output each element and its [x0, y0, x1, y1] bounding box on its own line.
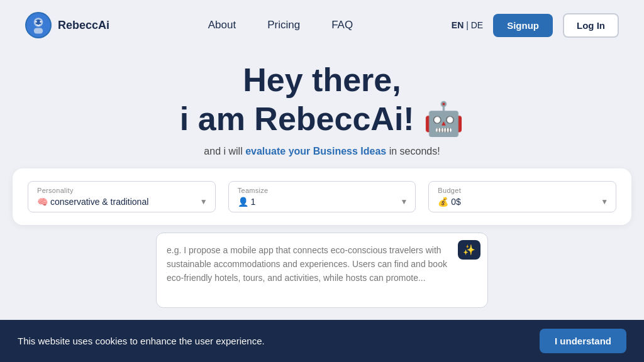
budget-field[interactable]: Budget 💰 0$ ▼: [428, 181, 616, 212]
magic-button[interactable]: ✨: [458, 240, 480, 260]
language-switcher: EN | DE: [452, 20, 483, 30]
nav-pricing[interactable]: Pricing: [267, 19, 300, 31]
logo-icon: [25, 12, 52, 38]
nav-right: EN | DE Signup Log In: [452, 13, 619, 38]
budget-value: 💰 0$ ▼: [438, 197, 608, 207]
lang-en[interactable]: EN: [452, 20, 464, 30]
hero-desc-end: in seconds!: [386, 146, 440, 156]
hero-desc-highlight: evaluate your Business Ideas: [245, 146, 386, 156]
budget-label: Budget: [438, 187, 608, 194]
cookie-accept-button[interactable]: I understand: [540, 329, 626, 353]
hero-desc-start: and i will: [204, 146, 245, 156]
teamsize-value: 👤 1 ▼: [238, 197, 408, 207]
idea-textarea[interactable]: [156, 233, 488, 308]
svg-rect-3: [34, 28, 43, 34]
navbar: RebeccAi About Pricing FAQ EN | DE Signu…: [0, 0, 644, 50]
logo[interactable]: RebeccAi: [25, 12, 109, 38]
idea-input-wrapper: ✨: [156, 233, 488, 310]
signup-button[interactable]: Signup: [493, 14, 553, 37]
budget-chevron-icon: ▼: [601, 197, 608, 206]
nav-faq[interactable]: FAQ: [331, 19, 353, 31]
nav-about[interactable]: About: [208, 19, 236, 31]
personality-field[interactable]: Personality 🧠 conservative & traditional…: [28, 181, 216, 212]
nav-links: About Pricing FAQ: [208, 19, 353, 31]
svg-point-4: [35, 21, 37, 23]
teamsize-chevron-icon: ▼: [400, 197, 408, 206]
lang-sep: |: [466, 20, 469, 30]
hero-line1: Hey there,: [0, 62, 644, 99]
login-button[interactable]: Log In: [563, 13, 619, 38]
personality-chevron-icon: ▼: [200, 197, 208, 206]
hero-section: Hey there, i am RebeccAi! 🤖 and i will e…: [0, 50, 644, 157]
cookie-message: This website uses cookies to enhance the…: [18, 336, 265, 346]
cookie-banner: This website uses cookies to enhance the…: [0, 320, 644, 362]
personality-value: 🧠 conservative & traditional ▼: [37, 197, 208, 207]
svg-point-5: [40, 21, 42, 23]
personality-label: Personality: [37, 187, 208, 194]
hero-line2: i am RebeccAi! 🤖: [0, 101, 644, 138]
teamsize-field[interactable]: Teamsize 👤 1 ▼: [228, 181, 416, 212]
teamsize-label: Teamsize: [238, 187, 408, 194]
hero-desc: and i will evaluate your Business Ideas …: [0, 146, 644, 157]
logo-text: RebeccAi: [58, 19, 109, 32]
form-panel: Personality 🧠 conservative & traditional…: [13, 168, 631, 225]
lang-de[interactable]: DE: [471, 20, 483, 30]
